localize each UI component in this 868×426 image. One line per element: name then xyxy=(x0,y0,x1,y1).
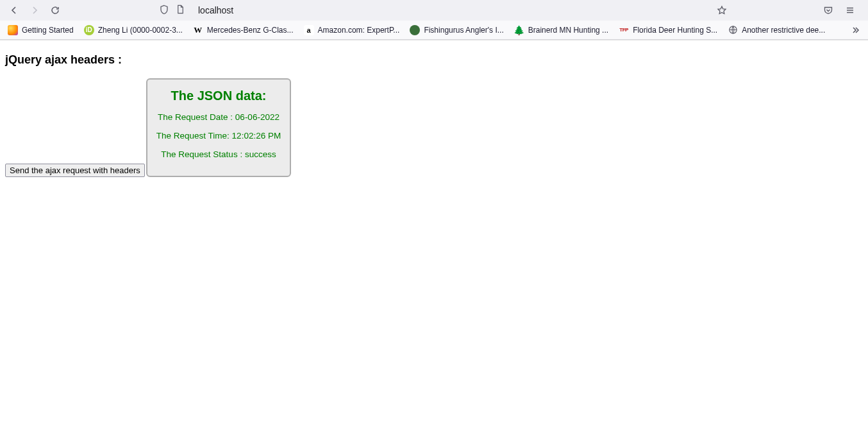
bookmark-label: Mercedes-Benz G-Clas... xyxy=(207,26,294,35)
bookmark-favicon xyxy=(728,25,738,35)
bookmark-item[interactable]: TFPFlorida Deer Hunting S... xyxy=(615,24,721,37)
json-result-box: The JSON data: The Request Date : 06-06-… xyxy=(146,78,291,177)
bookmark-favicon: W xyxy=(193,25,203,35)
page-content: jQuery ajax headers : Send the ajax requ… xyxy=(0,40,868,182)
bookmark-label: Fishingurus Angler's I... xyxy=(424,26,503,35)
bookmark-item[interactable]: iDZheng Li (0000-0002-3... xyxy=(80,24,187,37)
bookmark-star-icon[interactable] xyxy=(713,1,731,19)
bookmark-favicon: iD xyxy=(84,25,94,35)
bookmark-label: Florida Deer Hunting S... xyxy=(633,26,717,35)
bookmarks-overflow-icon[interactable] xyxy=(846,21,864,39)
bookmark-label: Brainerd MN Hunting ... xyxy=(528,26,608,35)
url-text: localhost xyxy=(198,5,233,15)
bookmark-favicon: 🌲 xyxy=(514,25,524,35)
address-bar[interactable]: localhost xyxy=(188,1,710,19)
bookmark-favicon xyxy=(410,25,420,35)
bookmark-label: Amazon.com: ExpertP... xyxy=(318,26,400,35)
reload-button[interactable] xyxy=(46,1,64,19)
navigation-toolbar: localhost xyxy=(0,0,868,21)
address-bar-icons xyxy=(159,4,185,17)
request-status-line: The Request Status : success xyxy=(156,149,281,159)
bookmark-favicon: a xyxy=(304,25,314,35)
bookmark-item[interactable]: Another restrictive dee... xyxy=(724,24,829,37)
page-icon xyxy=(176,4,185,16)
bookmark-favicon: TFP xyxy=(619,25,629,35)
bookmark-label: Getting Started xyxy=(22,26,74,35)
json-box-title: The JSON data: xyxy=(156,89,281,103)
shield-icon[interactable] xyxy=(159,4,169,17)
back-button[interactable] xyxy=(5,1,23,19)
request-time-line: The Request Time: 12:02:26 PM xyxy=(156,131,281,141)
pocket-icon[interactable] xyxy=(819,1,837,19)
menu-icon[interactable] xyxy=(841,1,859,19)
bookmark-item[interactable]: Fishingurus Angler's I... xyxy=(406,24,507,37)
bookmark-label: Zheng Li (0000-0002-3... xyxy=(98,26,183,35)
send-ajax-button[interactable]: Send the ajax request with headers xyxy=(5,164,145,177)
request-date-line: The Request Date : 06-06-2022 xyxy=(156,112,281,122)
bookmark-label: Another restrictive dee... xyxy=(742,26,825,35)
bookmark-item[interactable]: aAmazon.com: ExpertP... xyxy=(300,24,404,37)
bookmark-item[interactable]: WMercedes-Benz G-Clas... xyxy=(189,24,297,37)
browser-chrome: localhost Getting StartediDZheng Li (000… xyxy=(0,0,868,40)
bookmark-favicon xyxy=(8,25,18,35)
forward-button[interactable] xyxy=(26,1,44,19)
bookmark-item[interactable]: Getting Started xyxy=(4,24,78,37)
bookmarks-toolbar: Getting StartediDZheng Li (0000-0002-3..… xyxy=(0,21,868,40)
page-heading: jQuery ajax headers : xyxy=(5,53,863,67)
bookmark-item[interactable]: 🌲Brainerd MN Hunting ... xyxy=(510,24,612,37)
